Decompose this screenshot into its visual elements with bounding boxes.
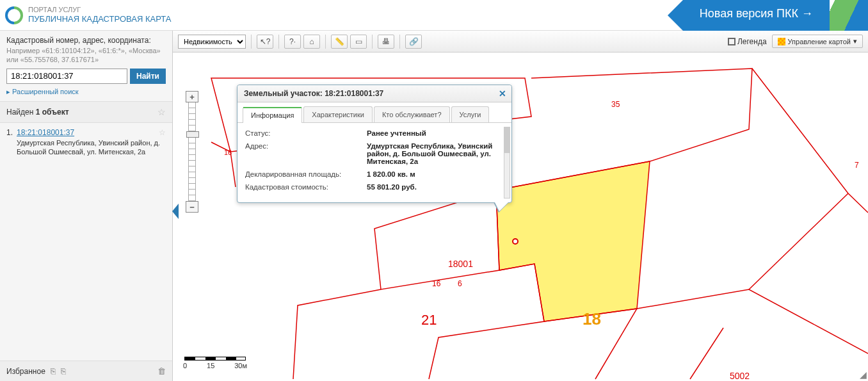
svg-text:21: 21 — [421, 312, 437, 328]
result-number: 1. — [6, 128, 13, 137]
parcel-popup: Земельный участок: 18:21:018001:37 ✕ Инф… — [237, 85, 512, 203]
search-hint-title: Кадастровый номер, адрес, координата: — [6, 36, 166, 45]
svg-text:18: 18 — [583, 309, 601, 328]
map-control-button[interactable]: Управление картой ▾ — [772, 35, 863, 48]
logo-area: ПОРТАЛ УСЛУГ ПУБЛИЧНАЯ КАДАСТРОВАЯ КАРТА — [0, 6, 171, 24]
new-version-button[interactable]: Новая версия ПКК → — [683, 0, 830, 31]
new-version-area: Новая версия ПКК → — [683, 0, 868, 31]
trash-icon[interactable]: 🗑 — [157, 366, 166, 376]
chevron-down-icon: ▾ — [853, 37, 857, 45]
advanced-search-link[interactable]: Расширенный поиск — [6, 88, 79, 96]
header-accent — [830, 0, 868, 31]
print-icon[interactable]: 🖶 — [378, 35, 394, 49]
home-tool-icon[interactable]: ⌂ — [303, 35, 320, 49]
zoom-handle[interactable] — [186, 131, 199, 138]
popup-tabs: Информация Характеристики Кто обслуживае… — [237, 102, 511, 123]
layers-icon — [778, 38, 785, 45]
svg-text:7: 7 — [855, 161, 859, 170]
result-link[interactable]: 18:21:018001:37 — [17, 128, 74, 137]
resize-handle-icon[interactable]: ◢ — [860, 369, 867, 380]
portal-label: ПОРТАЛ УСЛУГ — [28, 6, 171, 14]
sidebar: Кадастровый номер, адрес, координата: На… — [0, 31, 173, 381]
measure-area-icon[interactable]: ▭ — [350, 35, 367, 49]
search-input[interactable] — [6, 69, 127, 84]
svg-text:35: 35 — [611, 100, 620, 109]
result-item[interactable]: 1. 18:21:018001:37 Удмуртская Республика… — [0, 123, 172, 162]
pointer-tool-icon[interactable]: ↖? — [257, 35, 273, 49]
svg-point-1 — [513, 239, 518, 244]
results-header: Найден 1 объект ☆ — [0, 102, 172, 123]
star-icon[interactable]: ☆ — [157, 107, 166, 117]
export-xml-icon[interactable]: ⎘ — [61, 366, 66, 376]
measure-length-icon[interactable]: 📏 — [331, 35, 348, 49]
tab-services[interactable]: Услуги — [451, 106, 490, 122]
object-type-select[interactable]: Недвижимость — [178, 35, 246, 49]
favorites-label: Избранное — [6, 367, 45, 376]
svg-text:5002: 5002 — [730, 371, 750, 381]
popup-body: Статус:Ранее учтенный Адрес:Удмуртская Р… — [237, 123, 511, 202]
search-panel: Кадастровый номер, адрес, координата: На… — [0, 31, 172, 102]
rosreestr-logo-icon — [5, 6, 23, 24]
identify-tool-icon[interactable]: ?· — [284, 35, 301, 49]
legend-toggle[interactable]: Легенда — [728, 37, 767, 46]
result-address: Удмуртская Республика, Увинский район, д… — [17, 138, 166, 157]
search-button[interactable]: Найти — [130, 69, 166, 84]
zoom-in-button[interactable]: + — [186, 91, 198, 102]
tab-service[interactable]: Кто обслуживает? — [374, 106, 450, 122]
zoom-slider[interactable] — [188, 102, 196, 201]
svg-text:16: 16 — [224, 149, 232, 156]
zoom-control: + − — [186, 91, 198, 213]
star-icon[interactable]: ☆ — [159, 128, 166, 137]
app-header: ПОРТАЛ УСЛУГ ПУБЛИЧНАЯ КАДАСТРОВАЯ КАРТА… — [0, 0, 868, 31]
tab-info[interactable]: Информация — [243, 107, 302, 123]
export-excel-icon[interactable]: ⎘ — [51, 366, 56, 376]
zoom-out-button[interactable]: − — [186, 201, 198, 213]
map-toolbar: Недвижимость ↖? ?· ⌂ 📏 ▭ 🖶 🔗 Легенда Упр… — [173, 31, 868, 53]
map-canvas[interactable]: 35 7 18001 16 6 21 18 5002 16 + − — [173, 53, 868, 381]
svg-text:16: 16 — [432, 279, 441, 288]
close-icon[interactable]: ✕ — [499, 88, 506, 99]
svg-text:6: 6 — [458, 279, 462, 288]
app-title: ПУБЛИЧНАЯ КАДАСТРОВАЯ КАРТА — [28, 14, 171, 24]
link-icon[interactable]: 🔗 — [405, 35, 422, 49]
popup-scrollbar[interactable] — [504, 127, 510, 199]
search-hint-example: Например «61:6:10104:12», «61:6:*», «Мос… — [6, 46, 166, 65]
map-area: Недвижимость ↖? ?· ⌂ 📏 ▭ 🖶 🔗 Легенда Упр… — [173, 31, 868, 381]
tab-characteristics[interactable]: Характеристики — [303, 106, 373, 122]
svg-text:18001: 18001 — [448, 259, 473, 269]
popup-title: Земельный участок: 18:21:018001:37 ✕ — [237, 85, 511, 102]
scale-bar: 0 15 30м — [184, 357, 247, 369]
favorites-header: Избранное ⎘ ⎘ 🗑 — [0, 361, 172, 381]
